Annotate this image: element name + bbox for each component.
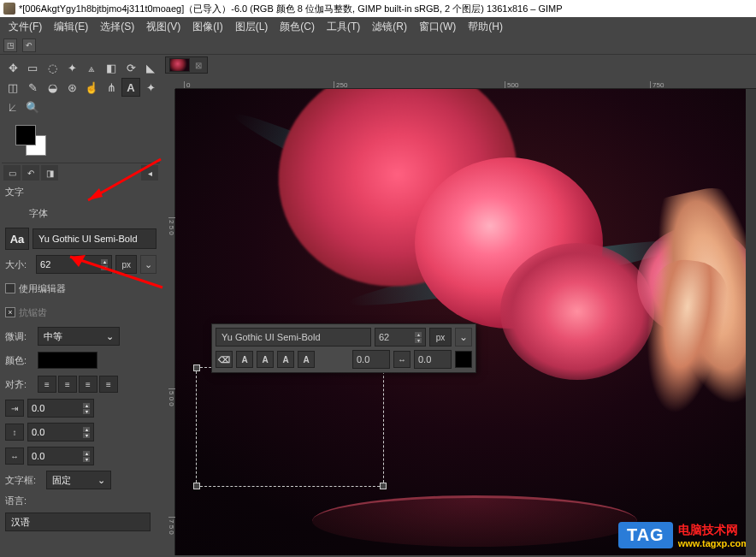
image-canvas[interactable]: Yu Gothic UI Semi-Bold 62 ▴▾ px ⌄ ⌫ A A: [175, 89, 756, 555]
ft-kerning-icon[interactable]: ↔: [393, 351, 410, 368]
ft-color-field[interactable]: [455, 351, 472, 368]
tab-device[interactable]: ↶: [22, 165, 39, 181]
tool-gradient[interactable]: ◫: [3, 78, 22, 97]
ruler-h-tick: 750: [650, 81, 664, 88]
align-label: 对齐:: [5, 378, 34, 391]
top-toolbar: ◳ ↶: [0, 36, 756, 55]
antialias-row[interactable]: × 抗锯齿: [5, 303, 157, 322]
document-tab[interactable]: ⊠: [165, 56, 208, 74]
menu-image[interactable]: 图像(I): [187, 18, 227, 36]
menu-select[interactable]: 选择(S): [95, 18, 139, 36]
text-handle-tl[interactable]: [193, 364, 200, 371]
align-right-icon[interactable]: ≡: [58, 376, 77, 393]
antialias-checkbox[interactable]: ×: [5, 307, 15, 317]
ft-size-spinner[interactable]: ▴▾: [415, 332, 422, 343]
horizontal-ruler: 0 250 500 750: [175, 75, 756, 89]
close-tab-icon[interactable]: ⊠: [193, 60, 204, 70]
ruler-h-tick: 0: [184, 81, 190, 88]
menu-window[interactable]: 窗口(W): [414, 18, 461, 36]
artwork-flower: [500, 243, 654, 380]
tool-zoom[interactable]: 🔍: [23, 98, 42, 116]
ft-unit[interactable]: px: [429, 328, 452, 347]
tool-color-picker[interactable]: ✦: [141, 78, 160, 97]
color-swatch[interactable]: [7, 125, 50, 156]
ft-clear-icon[interactable]: ⌫: [216, 351, 233, 368]
text-edit-box[interactable]: [196, 367, 384, 487]
foreground-color[interactable]: [15, 125, 36, 145]
menu-help[interactable]: 帮助(H): [463, 18, 508, 36]
menu-view[interactable]: 视图(V): [141, 18, 186, 36]
menu-bar: 文件(F) 编辑(E) 选择(S) 视图(V) 图像(I) 图层(L) 颜色(C…: [0, 17, 756, 36]
menu-filters[interactable]: 滤镜(R): [367, 18, 412, 36]
text-handle-bl[interactable]: [193, 483, 200, 489]
tool-path[interactable]: ⋔: [102, 78, 121, 97]
letter-spacing-input[interactable]: 0.0 ▴▾: [27, 447, 94, 465]
watermark-line2: www.tagxp.com: [678, 538, 749, 548]
window-title: *[006AkgtYgy1h8bjtbjmo4j311t0moaeg]（已导入）…: [19, 3, 563, 15]
ft-strike-icon[interactable]: A: [298, 351, 315, 368]
ft-size-input[interactable]: 62 ▴▾: [375, 328, 426, 347]
menu-file[interactable]: 文件(F): [3, 18, 47, 36]
tool-transform[interactable]: ◧: [102, 58, 121, 77]
language-dropdown[interactable]: 汉语: [5, 513, 151, 531]
tool-pencil[interactable]: ✎: [23, 78, 42, 97]
ft-baseline-value: 0.0: [357, 354, 369, 364]
tool-warp[interactable]: ⟳: [121, 58, 140, 77]
ft-font-input[interactable]: Yu Gothic UI Semi-Bold: [216, 328, 371, 347]
menu-color[interactable]: 颜色(C): [275, 18, 320, 36]
toolbox-panel: ✥ ▭ ◌ ✦ ⟁ ◧ ⟳ ◣ ◫ ✎ ◒ ⊛ ☝ ⋔ A ✦ ⟀ 🔍 ▭ ↶ …: [0, 55, 162, 555]
tool-clone[interactable]: ⊛: [62, 78, 81, 97]
tool-crop[interactable]: ⟁: [82, 58, 101, 77]
tool-move[interactable]: ✥: [3, 58, 22, 77]
tool-text[interactable]: A: [121, 78, 140, 97]
ft-expand-icon[interactable]: ⌄: [455, 328, 472, 347]
tab-tool-options[interactable]: ▭: [3, 165, 21, 181]
menu-edit[interactable]: 编辑(E): [49, 18, 93, 36]
textbox-dropdown[interactable]: 固定⌄: [46, 471, 111, 489]
ft-italic-icon[interactable]: A: [257, 351, 274, 368]
line-spacing-icon: ↕: [5, 424, 24, 441]
use-editor-checkbox[interactable]: [5, 283, 15, 293]
letter-value: 0.0: [32, 451, 44, 461]
tool-measure[interactable]: ⟀: [3, 98, 22, 116]
tool-bucket[interactable]: ◣: [141, 58, 160, 77]
gimp-icon: [3, 3, 15, 15]
window-titlebar: *[006AkgtYgy1h8bjtbjmo4j311t0moaeg]（已导入）…: [0, 0, 756, 17]
ft-kerning-input[interactable]: 0.0: [414, 350, 452, 369]
tool-free-select[interactable]: ◌: [43, 58, 62, 77]
font-name-text: Yu Gothic UI Semi-Bold: [38, 234, 138, 244]
align-center-icon[interactable]: ≡: [79, 376, 97, 393]
letter-spinner[interactable]: ▴▾: [83, 451, 90, 462]
ft-baseline-input[interactable]: 0.0: [352, 350, 390, 369]
tb-btn-2[interactable]: ↶: [22, 39, 36, 52]
watermark-overlay: TAG 电脑技术网 www.tagxp.com: [618, 522, 749, 548]
svg-marker-1: [88, 188, 103, 200]
text-color-field[interactable]: [38, 352, 97, 369]
text-float-toolbar[interactable]: Yu Gothic UI Semi-Bold 62 ▴▾ px ⌄ ⌫ A A: [211, 323, 476, 373]
ft-underline-icon[interactable]: A: [277, 351, 294, 368]
ruler-v-tick: 7 5 0: [168, 517, 175, 535]
align-justify-icon[interactable]: ≡: [99, 376, 118, 393]
tool-eraser[interactable]: ◒: [43, 78, 62, 97]
font-preview-icon[interactable]: Aa: [5, 228, 29, 250]
hinting-dropdown[interactable]: 中等⌄: [38, 327, 120, 346]
use-editor-label: 使用编辑器: [19, 282, 66, 295]
tb-btn-1[interactable]: ◳: [3, 39, 17, 52]
menu-layer[interactable]: 图层(L): [230, 18, 274, 36]
menu-tools[interactable]: 工具(T): [322, 18, 365, 36]
tool-smudge[interactable]: ☝: [82, 78, 101, 97]
line-spinner[interactable]: ▴▾: [83, 427, 90, 438]
ft-kerning-value: 0.0: [418, 354, 431, 364]
align-left-icon[interactable]: ≡: [38, 376, 56, 393]
indent-icon: ⇥: [5, 400, 24, 417]
line-spacing-input[interactable]: 0.0 ▴▾: [27, 423, 94, 441]
tool-fuzzy-select[interactable]: ✦: [62, 58, 81, 77]
indent-input[interactable]: 0.0 ▴▾: [27, 399, 94, 418]
tool-grid: ✥ ▭ ◌ ✦ ⟁ ◧ ⟳ ◣ ◫ ✎ ◒ ⊛ ☝ ⋔ A ✦ ⟀ 🔍: [2, 56, 160, 118]
indent-spinner[interactable]: ▴▾: [83, 403, 90, 414]
tool-rect-select[interactable]: ▭: [23, 58, 42, 77]
ft-bold-icon[interactable]: A: [236, 351, 253, 368]
text-handle-br[interactable]: [380, 483, 387, 489]
tab-image[interactable]: ◨: [41, 165, 58, 181]
vertical-scrollbar[interactable]: [746, 89, 756, 555]
